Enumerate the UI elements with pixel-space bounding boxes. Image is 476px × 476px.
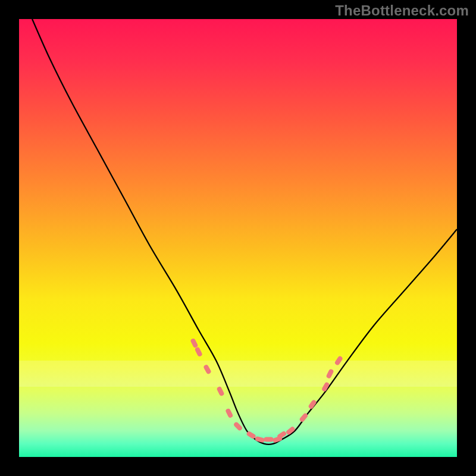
curve-marker	[233, 421, 243, 431]
curve-marker	[190, 338, 198, 349]
curve-marker	[255, 436, 265, 443]
chart-frame: TheBottleneck.com	[0, 0, 476, 476]
curve-path	[32, 19, 457, 444]
watermark-text: TheBottleneck.com	[335, 2, 469, 19]
bottleneck-curve	[19, 19, 457, 457]
curve-marker	[195, 346, 203, 357]
plot-area	[19, 19, 457, 457]
curve-marker	[225, 408, 233, 418]
curve-marker	[334, 355, 344, 366]
curve-marker	[325, 368, 334, 379]
curve-marker	[264, 437, 274, 442]
curve-marker	[216, 386, 224, 397]
curve-marker	[203, 364, 212, 375]
